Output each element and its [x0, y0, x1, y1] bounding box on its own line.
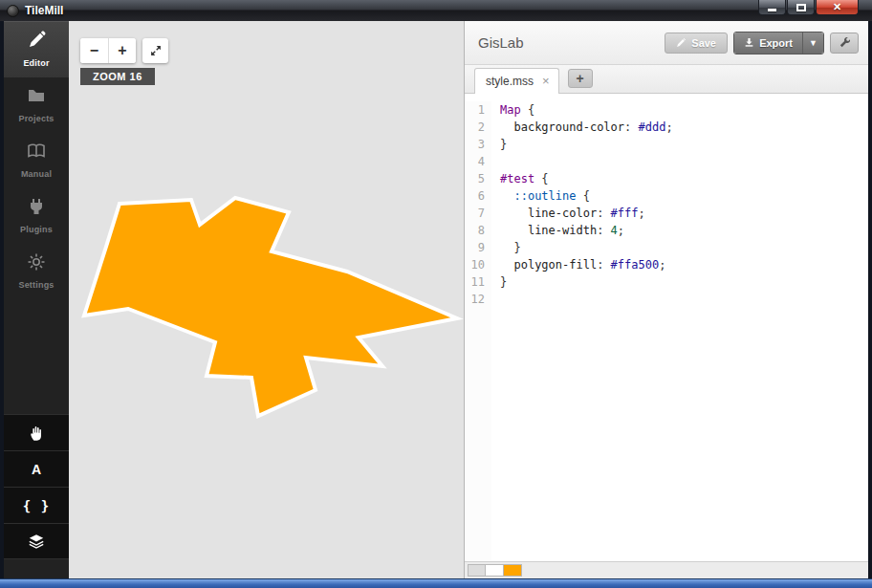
sidebar: Editor Projects Manual Plugins — [4, 21, 69, 578]
save-button[interactable]: Save — [665, 33, 728, 54]
line-number: 3 — [465, 136, 485, 153]
chevron-down-icon: ▼ — [809, 38, 818, 48]
line-number: 6 — [465, 187, 485, 205]
sidebar-item-plugins[interactable]: Plugins — [4, 188, 69, 244]
code-line[interactable]: #test { — [500, 170, 868, 187]
tab-bar: style.mss × + — [465, 65, 868, 94]
tab-style-mss[interactable]: style.mss × — [474, 68, 559, 94]
maximize-icon — [796, 4, 806, 11]
code-line[interactable]: line-width: 4; — [500, 222, 868, 239]
project-title: GisLab — [478, 34, 524, 51]
code-line[interactable]: background-color: #ddd; — [500, 119, 868, 136]
line-number: 11 — [465, 273, 485, 291]
code-line[interactable] — [500, 153, 868, 170]
window-bottom-border — [0, 578, 872, 588]
line-number-gutter: 123456789101112 — [465, 101, 491, 561]
window-titlebar[interactable]: TileMill ✕ — [0, 0, 872, 21]
line-number: 9 — [465, 239, 485, 256]
hand-icon — [28, 425, 45, 442]
pan-tool-button[interactable] — [4, 414, 69, 450]
zoom-level-badge: ZOOM 16 — [80, 68, 155, 85]
sidebar-item-label: Editor — [23, 58, 49, 68]
layers-icon — [28, 533, 45, 550]
sidebar-item-manual[interactable]: Manual — [4, 133, 69, 188]
wrench-icon — [839, 36, 851, 49]
export-button-label: Export — [759, 37, 793, 49]
code-line[interactable]: line-color: #fff; — [500, 205, 868, 222]
zoom-control: − + — [80, 38, 136, 63]
line-number: 12 — [465, 291, 485, 308]
code-line[interactable]: Map { — [500, 101, 868, 119]
line-number: 1 — [465, 101, 485, 119]
map-tools: A { } — [4, 414, 69, 559]
sidebar-item-label: Settings — [18, 280, 54, 290]
window-title: TileMill — [25, 4, 63, 17]
close-button[interactable]: ✕ — [816, 0, 859, 15]
code-line[interactable]: polygon-fill: #ffa500; — [500, 256, 868, 273]
map-render — [69, 21, 464, 578]
gear-icon — [27, 252, 46, 272]
code-line[interactable]: ::outline { — [500, 187, 868, 205]
fullscreen-button[interactable] — [142, 38, 168, 63]
font-icon: A — [32, 462, 41, 477]
code-line[interactable]: } — [500, 136, 868, 153]
color-swatch[interactable] — [504, 564, 522, 577]
line-number: 4 — [465, 153, 485, 170]
color-swatch[interactable] — [468, 564, 486, 577]
carto-tool-button[interactable]: { } — [4, 487, 69, 523]
code-content[interactable]: Map { background-color: #ddd;} #test { :… — [491, 101, 868, 561]
line-number: 7 — [465, 205, 485, 222]
sidebar-item-label: Manual — [21, 169, 52, 179]
code-line[interactable]: } — [500, 273, 868, 291]
code-line[interactable]: } — [500, 239, 868, 256]
line-number: 5 — [465, 170, 485, 187]
save-button-label: Save — [691, 37, 716, 49]
sidebar-item-label: Projects — [18, 114, 54, 123]
window-content: Editor Projects Manual Plugins — [4, 21, 868, 578]
sidebar-item-settings[interactable]: Settings — [4, 244, 69, 299]
font-tool-button[interactable]: A — [4, 450, 69, 487]
folder-icon — [27, 86, 46, 105]
braces-icon: { } — [23, 498, 50, 513]
sidebar-item-editor[interactable]: Editor — [4, 21, 69, 77]
minimize-icon — [768, 9, 776, 11]
sidebar-item-label: Plugins — [20, 225, 53, 234]
sidebar-item-projects[interactable]: Projects — [4, 77, 69, 133]
panel-header: GisLab Save Export ▼ — [465, 21, 868, 65]
code-line[interactable] — [500, 291, 868, 308]
minimize-button[interactable] — [758, 0, 786, 15]
close-icon: ✕ — [833, 1, 841, 13]
window-controls: ✕ — [757, 0, 859, 15]
project-settings-button[interactable] — [830, 33, 859, 54]
add-stylesheet-button[interactable]: + — [568, 69, 593, 88]
tab-label: style.mss — [486, 75, 534, 88]
expand-icon — [149, 44, 163, 57]
test-layer-polygon — [84, 198, 457, 416]
line-number: 2 — [465, 119, 485, 136]
pencil-icon — [676, 37, 687, 48]
line-number: 8 — [465, 222, 485, 239]
editor-panel: GisLab Save Export ▼ — [464, 21, 868, 578]
color-swatch-bar — [465, 561, 868, 578]
pencil-icon — [27, 31, 46, 50]
zoom-out-button[interactable]: − — [80, 38, 108, 63]
code-editor[interactable]: 123456789101112 Map { background-color: … — [465, 94, 868, 561]
export-dropdown-button[interactable]: ▼ — [802, 33, 823, 54]
line-number: 10 — [465, 256, 485, 273]
layers-tool-button[interactable] — [4, 523, 69, 559]
tilemill-app-icon — [7, 5, 19, 17]
download-icon — [744, 37, 754, 48]
zoom-in-button[interactable]: + — [108, 38, 136, 63]
export-button[interactable]: Export — [734, 33, 802, 54]
tab-close-icon[interactable]: × — [542, 76, 550, 86]
book-icon — [27, 142, 46, 161]
plug-icon — [27, 197, 46, 216]
maximize-button[interactable] — [787, 0, 815, 15]
export-button-group: Export ▼ — [733, 32, 824, 54]
color-swatch[interactable] — [486, 564, 504, 577]
map-canvas[interactable]: − + ZOOM 16 — [69, 21, 464, 578]
